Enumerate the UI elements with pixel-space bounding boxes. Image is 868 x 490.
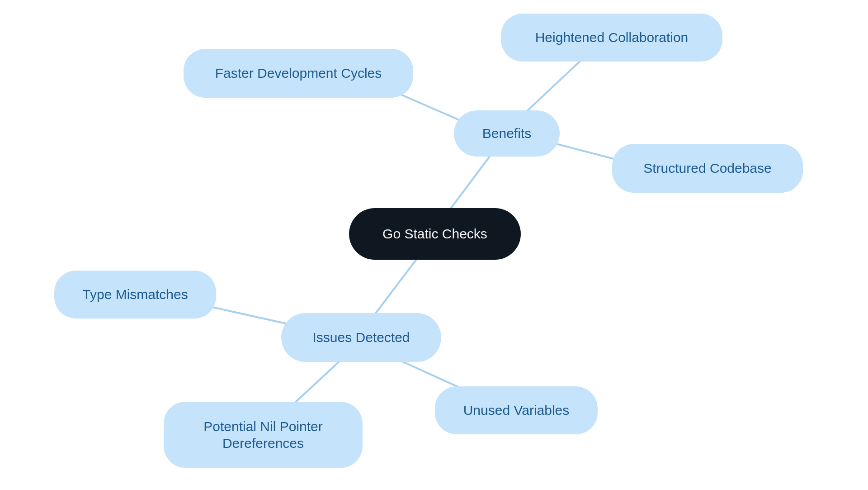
node-type-mismatches: Type Mismatches [54,271,216,319]
node-nil-pointer-label: Potential Nil Pointer Dereferences [186,418,340,452]
node-benefits-label: Benefits [482,125,531,142]
node-issues-label: Issues Detected [312,329,410,346]
node-root-label: Go Static Checks [382,225,487,243]
node-unused-vars: Unused Variables [435,386,598,434]
node-faster-dev: Faster Development Cycles [184,49,413,98]
node-heightened-collab-label: Heightened Collaboration [535,29,689,46]
node-root: Go Static Checks [349,208,521,260]
node-structured-codebase-label: Structured Codebase [643,160,772,177]
node-structured-codebase: Structured Codebase [612,144,803,193]
node-issues: Issues Detected [281,313,441,362]
node-unused-vars-label: Unused Variables [463,402,570,419]
node-nil-pointer: Potential Nil Pointer Dereferences [164,402,363,468]
node-type-mismatches-label: Type Mismatches [82,286,188,303]
node-benefits: Benefits [454,110,560,157]
node-faster-dev-label: Faster Development Cycles [215,65,382,82]
node-heightened-collab: Heightened Collaboration [501,14,722,62]
mindmap-canvas: Go Static Checks Benefits Issues Detecte… [0,0,868,490]
